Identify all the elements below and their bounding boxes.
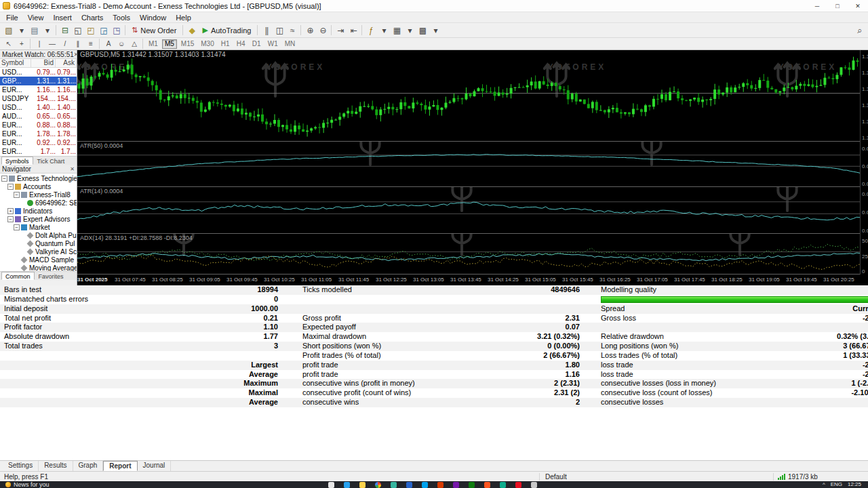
- atr50-indicator-panel[interactable]: ATR(50) 0.0004 YOFOREXYOFOREX: [77, 142, 868, 187]
- shapes-icon[interactable]: △: [127, 39, 140, 49]
- market-watch-row[interactable]: EUR...0.92...0.92...: [0, 138, 77, 147]
- zoom-out-icon[interactable]: ⊖: [316, 24, 329, 36]
- close-icon[interactable]: ✕: [74, 52, 77, 58]
- adx-indicator-panel[interactable]: ADX(14) 28.3191 +DI:28.7588 -DI:8.2304 Y…: [77, 234, 868, 274]
- expand-icon[interactable]: +: [7, 208, 14, 214]
- time-axis[interactable]: 31 Oct 202531 Oct 07:4531 Oct 08:2531 Oc…: [77, 274, 868, 285]
- navigator-item-quantum-pul[interactable]: Quantum Pul: [0, 239, 77, 247]
- crosshair-icon[interactable]: +: [15, 39, 28, 49]
- market-watch-row[interactable]: AUD...0.65...0.65...: [0, 112, 77, 121]
- collapse-icon[interactable]: −: [14, 224, 20, 230]
- periods-dropdown-icon[interactable]: ▾: [403, 24, 416, 36]
- close-icon[interactable]: ✕: [70, 166, 75, 172]
- menu-view[interactable]: View: [23, 14, 49, 22]
- auto-scroll-icon[interactable]: ⇥: [334, 24, 347, 36]
- navigator-item-dolt-alpha-pu[interactable]: Dolt Alpha Pu: [0, 231, 77, 239]
- timeframe-m15[interactable]: M15: [178, 39, 197, 49]
- taskbar-app-icon[interactable]: [437, 482, 443, 488]
- tab-settings[interactable]: Settings: [3, 461, 39, 471]
- market-watch-icon[interactable]: ⊟: [58, 24, 71, 36]
- news-widget[interactable]: News for you: [0, 481, 50, 488]
- tab-results[interactable]: Results: [39, 461, 73, 471]
- tray-caret-icon[interactable]: ^: [823, 481, 825, 487]
- chart-window[interactable]: GBPUSD,M5 1.31442 1.31507 1.31403 1.3147…: [77, 50, 868, 285]
- market-watch-tab-symbols[interactable]: Symbols: [1, 157, 33, 165]
- line-chart-icon[interactable]: ≈: [285, 24, 298, 36]
- close-button[interactable]: ✕: [848, 0, 868, 12]
- collapse-icon[interactable]: −: [1, 176, 7, 182]
- taskbar-app-icon[interactable]: [359, 482, 366, 488]
- market-watch-row[interactable]: EUR...1.78...1.78...: [0, 129, 77, 138]
- taskbar-app-icon[interactable]: [422, 482, 428, 488]
- tray-clock[interactable]: 12:25: [848, 481, 861, 487]
- tray-language[interactable]: ENG: [831, 481, 842, 487]
- terminal-icon[interactable]: ◲: [97, 24, 110, 36]
- menu-insert[interactable]: Insert: [48, 14, 77, 22]
- column-bid[interactable]: Bid: [31, 59, 56, 67]
- data-window-icon[interactable]: ◱: [71, 24, 84, 36]
- timeframe-m30[interactable]: M30: [198, 39, 216, 49]
- market-watch-row[interactable]: EUR...1.16...1.16...: [0, 85, 77, 94]
- market-watch-row[interactable]: USD...0.79...0.79...: [0, 68, 77, 77]
- metaeditor-icon[interactable]: ◆: [185, 24, 198, 36]
- taskbar-app-icon[interactable]: [515, 482, 521, 488]
- market-watch-row[interactable]: USD...1.40...1.40...: [0, 103, 77, 112]
- arrow-objects-icon[interactable]: ☺: [115, 39, 127, 49]
- new-order-button[interactable]: ⇅New Order: [127, 24, 180, 37]
- collapse-icon[interactable]: −: [7, 216, 14, 222]
- menu-file[interactable]: File: [1, 14, 23, 22]
- templates-dropdown-icon[interactable]: ▾: [429, 24, 441, 36]
- market-watch-row[interactable]: GBP...1.31...1.31...: [0, 77, 77, 85]
- taskbar-app-icon[interactable]: [500, 482, 506, 488]
- strategy-tester-icon[interactable]: ◳: [110, 24, 123, 36]
- taskbar-app-icon[interactable]: [531, 482, 537, 488]
- navigator-item-indicators[interactable]: +Indicators: [0, 207, 77, 215]
- navigator-item-exness-trial8[interactable]: −Exness-Trial8: [0, 190, 77, 199]
- menu-help[interactable]: Help: [171, 14, 196, 22]
- autotrading-button[interactable]: ▶AutoTrading: [198, 24, 255, 37]
- chart-shift-icon[interactable]: ⇤: [347, 24, 359, 36]
- profiles-icon[interactable]: ▤: [28, 24, 41, 36]
- navigator-item-exness-technologies-mt4[interactable]: −Exness Technologies MT4: [0, 174, 77, 182]
- cursor-icon[interactable]: ↖: [2, 39, 15, 49]
- periods-icon[interactable]: ▦: [390, 24, 403, 36]
- minimize-button[interactable]: ─: [807, 0, 827, 12]
- market-watch-header[interactable]: Market Watch: 06:55:51 ✕: [0, 50, 77, 59]
- tab-graph[interactable]: Graph: [73, 461, 104, 471]
- status-connection[interactable]: 1917/3 kb: [773, 473, 868, 481]
- maximize-button[interactable]: □: [827, 0, 848, 12]
- tab-report[interactable]: Report: [103, 461, 137, 471]
- menu-window[interactable]: Window: [135, 14, 171, 22]
- market-watch-row[interactable]: USDJPY154....154....: [0, 94, 77, 103]
- price-chart-panel[interactable]: GBPUSD,M5 1.31442 1.31507 1.31403 1.3147…: [77, 50, 868, 142]
- market-watch-tab-tick-chart[interactable]: Tick Chart: [33, 157, 69, 165]
- taskbar-app-icon[interactable]: [484, 482, 490, 488]
- candlestick-chart-icon[interactable]: ◫: [273, 24, 285, 36]
- timeframe-m5[interactable]: M5: [162, 39, 177, 49]
- price-axis[interactable]: 1.31701.31601.31501.31401.31301.31200.00…: [860, 50, 868, 274]
- text-icon[interactable]: A: [102, 39, 115, 49]
- collapse-icon[interactable]: −: [14, 192, 20, 198]
- channel-icon[interactable]: ∥: [71, 39, 84, 49]
- menu-tools[interactable]: Tools: [108, 14, 135, 22]
- tab-journal[interactable]: Journal: [138, 461, 172, 471]
- taskbar-app-icon[interactable]: [391, 482, 397, 488]
- templates-icon[interactable]: ▩: [416, 24, 429, 36]
- timeframe-h1[interactable]: H1: [218, 39, 233, 49]
- navigator-item-moving-average[interactable]: Moving Average: [0, 264, 77, 271]
- search-icon[interactable]: ⌕: [853, 24, 866, 36]
- timeframe-h4[interactable]: H4: [234, 39, 248, 49]
- timeframe-m1[interactable]: M1: [146, 39, 161, 49]
- navigator-item-69649962-sec[interactable]: 69649962: SEC: [0, 199, 77, 207]
- system-tray[interactable]: ^ ENG 12:25: [816, 481, 868, 487]
- menu-charts[interactable]: Charts: [77, 14, 108, 22]
- vertical-line-icon[interactable]: |: [33, 39, 45, 49]
- taskbar-app-icon[interactable]: [375, 482, 381, 488]
- navigator-item-macd-sample[interactable]: MACD Sample: [0, 256, 77, 264]
- taskbar-app-icon[interactable]: [344, 482, 350, 488]
- timeframe-w1[interactable]: W1: [265, 39, 281, 49]
- market-watch-row[interactable]: EUR...1.7...1.7...: [0, 147, 77, 156]
- title-bar[interactable]: 69649962: Exness-Trial8 - Demo Account -…: [0, 0, 868, 12]
- bar-chart-icon[interactable]: ||: [260, 24, 273, 36]
- fibonacci-icon[interactable]: ≡: [84, 39, 97, 49]
